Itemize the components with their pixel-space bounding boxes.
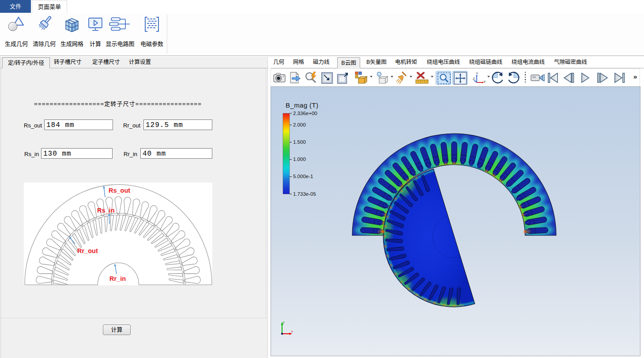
svg-text:Rr_out: Rr_out bbox=[77, 247, 98, 254]
svg-text:y: y bbox=[283, 321, 285, 324]
svg-text:1.000: 1.000 bbox=[293, 157, 306, 162]
svg-text:Rs_out: Rs_out bbox=[109, 187, 130, 194]
svg-text:Rr_in: Rr_in bbox=[109, 275, 126, 282]
svg-text:x: x bbox=[291, 330, 293, 333]
svg-text:2.000: 2.000 bbox=[293, 122, 306, 127]
svg-text:Rs_in: Rs_in bbox=[97, 207, 115, 214]
svg-text:1.733e-05: 1.733e-05 bbox=[293, 191, 316, 197]
svg-text:1.500: 1.500 bbox=[293, 139, 306, 145]
svg-text:Z: Z bbox=[473, 77, 475, 81]
svg-text:B_mag (T): B_mag (T) bbox=[286, 101, 318, 109]
svg-text:2.336e+00: 2.336e+00 bbox=[293, 111, 317, 116]
svg-text:Y: Y bbox=[476, 71, 478, 75]
svg-text:X: X bbox=[483, 80, 486, 84]
svg-text:5.000e-1: 5.000e-1 bbox=[293, 174, 313, 179]
